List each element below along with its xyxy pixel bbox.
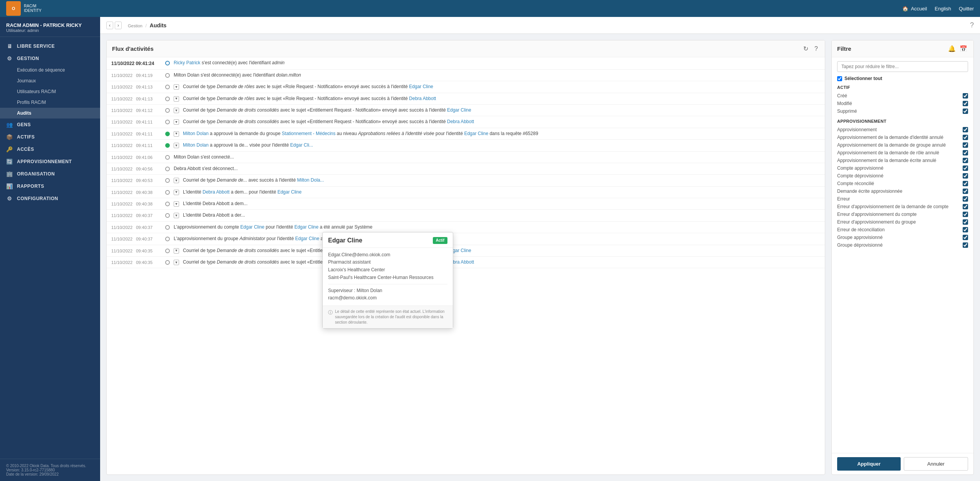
- sidebar-item-configuration[interactable]: ⚙ CONFIGURATION: [0, 192, 100, 205]
- filter-checkbox-approv[interactable]: [963, 127, 968, 132]
- filter-checkbox-compte-approv[interactable]: [963, 165, 968, 171]
- expand-button[interactable]: ▼: [174, 178, 179, 183]
- activity-link[interactable]: Edgar Cline: [464, 131, 488, 136]
- filter-item-label[interactable]: Demande écrite approvisionnée: [837, 189, 963, 194]
- expand-button[interactable]: ▼: [174, 201, 179, 207]
- expand-button[interactable]: ▼: [174, 213, 179, 218]
- expand-button[interactable]: ▼: [174, 143, 179, 148]
- select-all-checkbox[interactable]: [837, 76, 842, 81]
- apply-button[interactable]: Appliquer: [837, 457, 901, 471]
- filter-item-label[interactable]: Compte déprovisionné: [837, 173, 963, 179]
- sidebar-item-profils[interactable]: Profils RAC/M: [0, 97, 100, 108]
- activity-link[interactable]: Ricky Patrick: [174, 60, 200, 65]
- filter-item-label[interactable]: Compte approvisionné: [837, 165, 963, 171]
- activity-link[interactable]: Edgar Cline: [277, 189, 302, 195]
- sidebar-item-rapports[interactable]: 📊 RAPPORTS: [0, 180, 100, 192]
- expand-button[interactable]: ▼: [174, 248, 179, 254]
- filter-item-label[interactable]: Modifié: [837, 101, 963, 106]
- filter-checkbox-erreur[interactable]: [963, 196, 968, 202]
- activity-link[interactable]: Milton Dolan: [183, 131, 209, 136]
- sidebar-item-acces[interactable]: 🔑 ACCÈS: [0, 143, 100, 155]
- sidebar-item-execution[interactable]: Exécution de séquence: [0, 65, 100, 75]
- filter-item-label[interactable]: Approvisionnement de la demande de group…: [837, 142, 963, 148]
- activity-link[interactable]: Edgar Cline: [295, 236, 319, 241]
- filter-item: Compte déprovisionné: [837, 172, 968, 180]
- nav-forward-button[interactable]: ›: [115, 22, 122, 29]
- activity-link[interactable]: Milton Dolan: [183, 142, 209, 148]
- activity-link[interactable]: Edgar Cline: [294, 224, 318, 230]
- filter-item-label[interactable]: Erreur d'approvisionnement du compte: [837, 212, 963, 217]
- language-link[interactable]: English: [935, 6, 951, 12]
- filter-checkbox-approv-groupe[interactable]: [963, 142, 968, 148]
- filter-checkbox-groupe-deprov[interactable]: [963, 242, 968, 248]
- activity-link[interactable]: Stationnement - Médecins: [282, 131, 335, 136]
- filter-item-label[interactable]: Erreur d'approvisionnement de la demande…: [837, 204, 963, 209]
- status-badge: Actif: [433, 237, 447, 244]
- filter-item-label[interactable]: Groupe déprovisionné: [837, 242, 963, 248]
- sidebar-item-organisation[interactable]: 🏢 ORGANISATION: [0, 168, 100, 180]
- expand-button[interactable]: ▼: [174, 108, 179, 113]
- filter-checkbox-compte-deprov[interactable]: [963, 173, 968, 179]
- filter-item-label[interactable]: Compte réconcilié: [837, 181, 963, 186]
- activity-link[interactable]: Milton Dola...: [297, 177, 324, 183]
- sidebar-item-gens[interactable]: 👥 GENS: [0, 119, 100, 131]
- filter-item-label[interactable]: Approvisionnement de la demande écrite a…: [837, 158, 963, 163]
- expand-button[interactable]: ▼: [174, 119, 179, 125]
- filter-checkbox-compte-recon[interactable]: [963, 181, 968, 186]
- filter-icon-btn2[interactable]: 📅: [959, 44, 968, 53]
- activity-time: 11/10/2022 09:40:37: [111, 224, 161, 230]
- filter-item-label[interactable]: Erreur: [837, 196, 963, 202]
- activity-link[interactable]: Edgar Cline: [409, 84, 433, 89]
- filter-checkbox-err-groupe[interactable]: [963, 219, 968, 225]
- activity-link[interactable]: Edgar Cline: [240, 224, 265, 230]
- filter-checkbox-cree[interactable]: [963, 93, 968, 99]
- sidebar-item-approvisionnement[interactable]: 🔄 APPROVISIONNEMENT: [0, 155, 100, 168]
- filter-checkbox-approv-ecrite[interactable]: [963, 158, 968, 163]
- expand-button[interactable]: ▼: [174, 96, 179, 102]
- activity-link[interactable]: Debra Abbott: [447, 119, 474, 124]
- filter-checkbox-modifie[interactable]: [963, 101, 968, 106]
- activity-link[interactable]: Edgar Cli...: [290, 142, 313, 148]
- filter-checkbox-err-recon[interactable]: [963, 227, 968, 232]
- expand-button[interactable]: ▼: [174, 190, 179, 195]
- filter-item-label[interactable]: Supprimé: [837, 109, 963, 114]
- filter-item-label[interactable]: Créé: [837, 93, 963, 99]
- quit-link[interactable]: Quitter: [959, 6, 974, 12]
- expand-button[interactable]: ▼: [174, 131, 179, 137]
- activity-link[interactable]: Debra Abbott: [203, 189, 230, 195]
- filter-item-label[interactable]: Erreur de réconciliation: [837, 227, 963, 232]
- sidebar-item-libre-service[interactable]: 🖥 LIBRE SERVICE: [0, 40, 100, 52]
- filter-checkbox-supprime[interactable]: [963, 109, 968, 114]
- nav-back-button[interactable]: ‹: [106, 22, 113, 29]
- filter-checkbox-err-demande-compte[interactable]: [963, 204, 968, 209]
- filter-item-label[interactable]: Approvisionnement de la demande de rôle …: [837, 150, 963, 155]
- filter-checkbox-demande-ecrite[interactable]: [963, 189, 968, 194]
- select-all-label[interactable]: Sélectionner tout: [844, 76, 882, 81]
- filter-item-label[interactable]: Erreur d'approvisionnement du groupe: [837, 219, 963, 225]
- filter-item-label[interactable]: Approvisionnement de la demande d'identi…: [837, 135, 963, 140]
- activity-link[interactable]: Edgar Cline: [447, 107, 471, 113]
- sidebar-item-journaux[interactable]: Journaux: [0, 75, 100, 86]
- filter-item: Créé: [837, 92, 968, 100]
- filter-checkbox-err-compte[interactable]: [963, 212, 968, 217]
- filter-item-label[interactable]: Groupe approvisionné: [837, 235, 963, 240]
- sidebar-item-actifs[interactable]: 📦 ACTIFS: [0, 131, 100, 143]
- expand-button[interactable]: ▼: [174, 84, 179, 90]
- filter-item-label[interactable]: Approvisionnement: [837, 127, 963, 132]
- filter-checkbox-approv-identite[interactable]: [963, 135, 968, 140]
- help-panel-button[interactable]: ?: [813, 44, 819, 53]
- cancel-button[interactable]: Annuler: [904, 457, 968, 471]
- sidebar-item-utilisateurs[interactable]: Utilisateurs RAC/M: [0, 86, 100, 97]
- tooltip-header: Edgar Cline Actif: [323, 232, 453, 247]
- refresh-button[interactable]: ↻: [802, 44, 810, 53]
- activity-link[interactable]: Debra Abbott: [409, 96, 436, 101]
- filter-search-input[interactable]: [837, 61, 968, 72]
- home-link[interactable]: 🏠 Accueil: [902, 6, 927, 12]
- filter-checkbox-approv-role[interactable]: [963, 150, 968, 155]
- sidebar-item-gestion[interactable]: ⚙ GESTION: [0, 52, 100, 65]
- help-button[interactable]: ?: [970, 21, 974, 29]
- expand-button[interactable]: ▼: [174, 260, 179, 265]
- sidebar-item-audits[interactable]: Audits: [0, 108, 100, 119]
- filter-checkbox-groupe-approv[interactable]: [963, 235, 968, 240]
- filter-icon-btn1[interactable]: 🔔: [947, 44, 957, 53]
